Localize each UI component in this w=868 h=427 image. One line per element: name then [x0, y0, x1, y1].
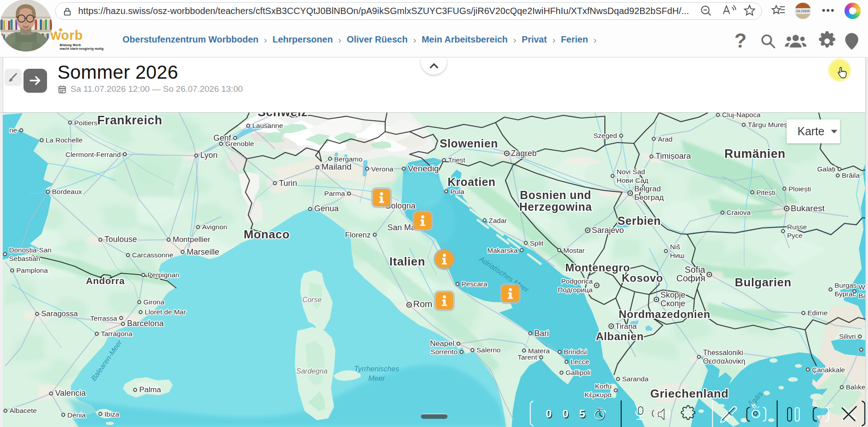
svg-text:5: 5 [579, 408, 585, 420]
svg-text:0: 0 [546, 408, 552, 420]
svg-text:?: ? [735, 29, 747, 52]
svg-text:0: 0 [562, 408, 568, 420]
